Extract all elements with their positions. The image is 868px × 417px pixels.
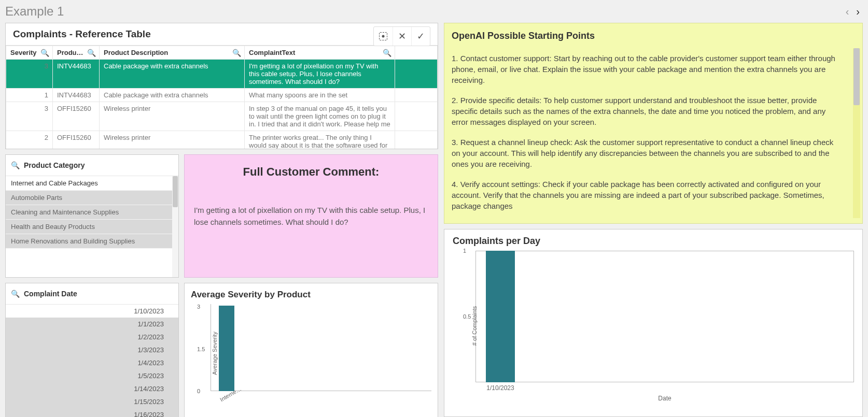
y-tick: 1.5 xyxy=(197,346,205,352)
table-row[interactable]: 3OFFI15260Wireless printerIn step 3 of t… xyxy=(6,102,438,131)
cell-product[interactable]: INTV44683 xyxy=(53,60,100,89)
y-tick: 0 xyxy=(197,388,200,394)
ai-paragraph: 4. Verify account settings: Check if you… xyxy=(452,179,844,211)
next-sheet-button[interactable]: › xyxy=(856,6,860,18)
cancel-selection-button[interactable]: ✕ xyxy=(393,27,411,46)
category-item[interactable]: Health and Beauty Products xyxy=(6,220,178,234)
date-item[interactable]: 1/5/2023 xyxy=(6,369,178,382)
cell-product[interactable]: OFFI15260 xyxy=(53,102,100,131)
cell-description[interactable]: Cable package with extra channels xyxy=(100,60,245,89)
col-severity[interactable]: Severity🔍 xyxy=(6,46,53,60)
category-item[interactable]: Home Renovations and Building Supplies xyxy=(6,234,178,249)
y-tick: 3 xyxy=(197,304,200,310)
col-complaint-text[interactable]: ComplaintText🔍 xyxy=(245,46,395,60)
sheet-nav: ‹ › xyxy=(846,6,860,18)
cell-spacer xyxy=(395,89,438,102)
col-product[interactable]: Produ…🔍 xyxy=(53,46,100,60)
prev-sheet-button[interactable]: ‹ xyxy=(846,6,849,18)
product-category-panel: 🔍 Product Category Internet and Cable Pa… xyxy=(5,154,179,278)
avg-severity-title: Average Severity by Product xyxy=(191,290,431,300)
complaint-date-panel: 🔍 Complaint Date 1/10/20231/1/20231/2/20… xyxy=(5,283,179,417)
ai-paragraph: 3. Request a channel lineup check: Ask t… xyxy=(452,137,844,169)
search-icon[interactable]: 🔍 xyxy=(383,49,391,57)
x-axis-label: Date xyxy=(658,395,671,402)
product-category-title: Product Category xyxy=(24,161,85,169)
page-title: Example 1 xyxy=(5,4,64,19)
date-item[interactable]: 1/4/2023 xyxy=(6,356,178,369)
y-axis-label: Average Severity xyxy=(212,332,218,375)
selection-tool-button[interactable] xyxy=(374,27,393,46)
close-icon: ✕ xyxy=(398,31,406,42)
complaints-table[interactable]: Severity🔍 Produ…🔍 Product Description🔍 C… xyxy=(6,46,438,149)
date-item[interactable]: 1/15/2023 xyxy=(6,395,178,408)
full-comment-title: Full Customer Comment: xyxy=(194,165,428,179)
date-item[interactable]: 1/3/2023 xyxy=(6,343,178,356)
cell-complaint-text[interactable]: In step 3 of the manual on page 45, it t… xyxy=(245,102,395,131)
cell-complaint-text[interactable]: I'm getting a lot of pixellation on my T… xyxy=(245,60,395,89)
confirm-selection-button[interactable]: ✓ xyxy=(411,27,430,46)
cell-description[interactable]: Wireless printer xyxy=(100,131,245,149)
avg-severity-chart[interactable]: Average Severity 01.53Interne… xyxy=(211,304,431,402)
ai-paragraph: 2. Provide specific details: To help cus… xyxy=(452,95,844,127)
complaints-per-day-title: Complaints per Day xyxy=(453,236,854,247)
category-item[interactable]: Internet and Cable Packages xyxy=(6,176,178,191)
table-row[interactable]: 2OFFI15260Wireless printerThe printer wo… xyxy=(6,131,438,149)
avg-severity-chart-panel: Average Severity by Product Average Seve… xyxy=(184,283,438,417)
date-item[interactable]: 1/2/2023 xyxy=(6,330,178,343)
ai-paragraph: 1. Contact customer support: Start by re… xyxy=(452,53,844,85)
ai-suggestions-panel: OpenAI Possible Starting Points 1. Conta… xyxy=(444,23,863,224)
category-item[interactable]: Automobile Parts xyxy=(6,191,178,205)
complaints-table-title: Complaints - Reference Table xyxy=(13,28,151,40)
chart-bar[interactable] xyxy=(486,251,515,382)
ai-suggestions-content: 1. Contact customer support: Start by re… xyxy=(452,53,852,219)
selection-icon xyxy=(379,32,387,40)
full-comment-panel: Full Customer Comment: I'm getting a lot… xyxy=(184,154,438,278)
search-icon[interactable]: 🔍 xyxy=(232,49,241,57)
table-row[interactable]: 3INTV44683Cable package with extra chann… xyxy=(6,60,438,89)
col-spacer xyxy=(395,46,438,60)
search-icon[interactable]: 🔍 xyxy=(11,161,20,169)
search-icon[interactable]: 🔍 xyxy=(87,49,96,57)
cell-spacer xyxy=(395,102,438,131)
y-axis-label: # of Complaints xyxy=(471,306,478,346)
search-icon[interactable]: 🔍 xyxy=(11,290,20,298)
scrollbar[interactable] xyxy=(172,176,178,277)
cell-severity[interactable]: 3 xyxy=(6,102,53,131)
cell-complaint-text[interactable]: What many spoons are in the set xyxy=(245,89,395,102)
scroll-thumb[interactable] xyxy=(853,48,860,105)
cell-severity[interactable]: 3 xyxy=(6,60,53,89)
cell-product[interactable]: OFFI15260 xyxy=(53,131,100,149)
y-tick: 0.5 xyxy=(463,313,471,320)
date-item[interactable]: 1/14/2023 xyxy=(6,382,178,395)
scrollbar[interactable] xyxy=(853,48,860,218)
complaint-date-title: Complaint Date xyxy=(24,290,77,298)
date-item[interactable]: 1/1/2023 xyxy=(6,318,178,330)
col-description[interactable]: Product Description🔍 xyxy=(100,46,245,60)
cell-spacer xyxy=(395,131,438,149)
cell-severity[interactable]: 1 xyxy=(6,89,53,102)
complaints-table-panel: Complaints - Reference Table ✕ ✓ Severit… xyxy=(5,23,438,149)
selection-toolbar: ✕ ✓ xyxy=(373,26,430,46)
scroll-thumb[interactable] xyxy=(173,176,178,207)
complaints-per-day-panel: Complaints per Day # of Complaints Date … xyxy=(444,229,863,417)
cell-spacer xyxy=(395,60,438,89)
y-tick: 1 xyxy=(463,248,466,254)
x-tick: 1/10/2023 xyxy=(486,384,514,392)
cell-description[interactable]: Wireless printer xyxy=(100,102,245,131)
cell-complaint-text[interactable]: The printer works great... The only thin… xyxy=(245,131,395,149)
ai-suggestions-title: OpenAI Possible Starting Points xyxy=(452,31,852,41)
date-item[interactable]: 1/10/2023 xyxy=(6,305,178,318)
search-icon[interactable]: 🔍 xyxy=(40,49,49,57)
cell-severity[interactable]: 2 xyxy=(6,131,53,149)
check-icon: ✓ xyxy=(417,31,425,42)
category-item[interactable]: Cleaning and Maintenance Supplies xyxy=(6,205,178,220)
cell-description[interactable]: Cable package with extra channels xyxy=(100,89,245,102)
date-item[interactable]: 1/16/2023 xyxy=(6,408,178,417)
chart-bar[interactable] xyxy=(219,306,234,391)
full-comment-body: I'm getting a lot of pixellation on my T… xyxy=(194,205,428,228)
complaints-per-day-chart[interactable]: # of Complaints Date 0.511/10/2023 xyxy=(475,251,854,401)
table-row[interactable]: 1INTV44683Cable package with extra chann… xyxy=(6,89,438,102)
cell-product[interactable]: INTV44683 xyxy=(53,89,100,102)
